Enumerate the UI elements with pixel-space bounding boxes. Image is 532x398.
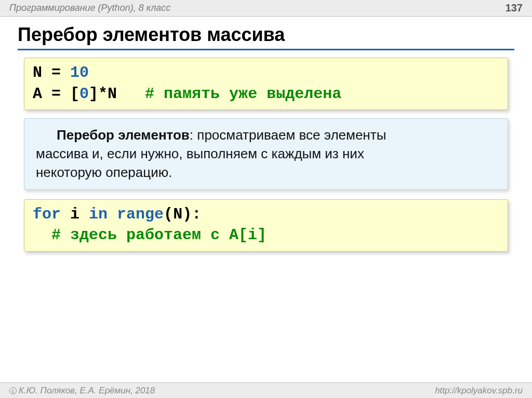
definition-term: Перебор элементов [57, 127, 190, 143]
footer-bar: cК.Ю. Поляков, Е.А. Ерёмин, 2018 http://… [0, 382, 532, 398]
code-token [61, 205, 70, 223]
definition-text: массива и, если нужно, выполняем с кажды… [36, 145, 496, 163]
code-token: i [70, 205, 79, 223]
code-token: N [33, 64, 42, 81]
course-title: Программирование (Python), 8 класс [9, 3, 170, 13]
code-token: = [42, 85, 70, 103]
code-token [117, 85, 145, 103]
code-token: ( [164, 205, 173, 223]
slide-content: Перебор элементов массива N = 10 A = [0]… [0, 17, 532, 252]
page-number: 137 [506, 2, 523, 14]
footer-url: http://kpolyakov.spb.ru [435, 386, 523, 396]
code-token: ): [182, 205, 201, 223]
code-token [33, 226, 51, 244]
copyright-icon: c [9, 387, 17, 394]
footer-authors: cК.Ю. Поляков, Е.А. Ерёмин, 2018 [9, 386, 155, 396]
code-comment: # здесь работаем с A[i] [51, 226, 267, 244]
code-keyword: for [33, 205, 61, 223]
code-block-2: for i in range(N): # здесь работаем с A[… [24, 199, 508, 252]
code-comment: # память уже выделена [145, 85, 341, 103]
definition-text: : [190, 127, 197, 143]
definition-box: Перебор элементов: просматриваем все эле… [24, 118, 508, 190]
code-token [79, 205, 89, 223]
code-token: ]*N [89, 85, 117, 103]
code-token: 10 [70, 64, 89, 81]
code-block-1: N = 10 A = [0]*N # память уже выделена [24, 58, 508, 110]
code-keyword: in [89, 205, 108, 223]
footer-authors-text: К.Ю. Поляков, Е.А. Ерёмин, 2018 [19, 386, 155, 395]
definition-text: некоторую операцию. [36, 163, 496, 182]
code-token: 0 [79, 85, 89, 103]
code-token: N [173, 205, 182, 223]
header-bar: Программирование (Python), 8 класс 137 [0, 0, 532, 17]
code-token: = [42, 64, 70, 81]
definition-text: просматриваем все элементы [197, 127, 386, 143]
code-token [108, 205, 117, 223]
code-token: A [33, 85, 42, 103]
code-token: [ [70, 85, 79, 103]
slide-title: Перебор элементов массива [18, 24, 514, 50]
code-function: range [117, 205, 164, 223]
